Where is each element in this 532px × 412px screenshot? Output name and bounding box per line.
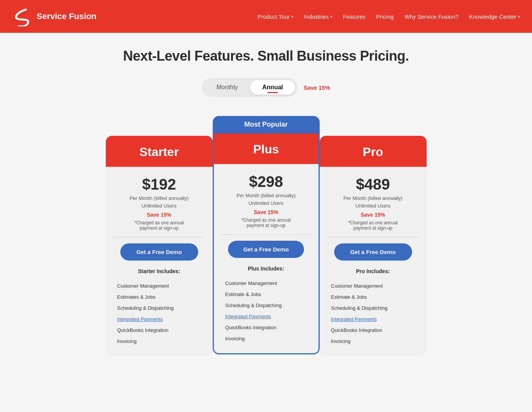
pro-includes-title: Pro Includes: — [327, 268, 419, 274]
pro-demo-button[interactable]: Get a Free Demo — [334, 243, 412, 261]
billing-toggle: Monthly Annual — [202, 78, 298, 97]
pro-card-header: Pro — [320, 136, 427, 167]
starter-charge-note: *Charged as one annualpayment at sign-up — [113, 220, 205, 231]
nav-product-tour[interactable]: Product Tour ▾ — [257, 13, 293, 20]
starter-card-body: $192 Per Month (billed annually) Unlimit… — [106, 167, 213, 356]
plus-card-body: $298 Per Month (billed annually) Unlimit… — [214, 164, 319, 353]
chevron-down-icon: ▾ — [291, 14, 293, 19]
list-item: Estimate & Jobs — [331, 291, 415, 303]
pro-price: $489 — [327, 176, 419, 193]
starter-includes-title: Starter Includes: — [113, 268, 205, 274]
plus-charge-note: *Charged as one annualpayment at sign-up — [222, 217, 311, 228]
nav-features[interactable]: Features — [343, 13, 365, 20]
pro-card-body: $489 Per Month (billed annually) Unlimit… — [320, 167, 427, 356]
plus-card: Plus $298 Per Month (billed annually) Un… — [213, 133, 320, 354]
plus-demo-button[interactable]: Get a Free Demo — [228, 241, 304, 258]
pro-users: Unlimited Users — [327, 202, 419, 210]
pro-feature-list: Customer Management Estimate & Jobs Sche… — [327, 280, 419, 347]
starter-card-wrapper: Starter $192 Per Month (billed annually)… — [106, 116, 213, 356]
plus-save: Save 15% — [222, 209, 311, 215]
plus-card-wrapper: Most Popular Plus $298 Per Month (billed… — [213, 116, 320, 354]
list-item: QuickBooks Integration — [331, 325, 415, 336]
nav-why-service-fusion[interactable]: Why Service Fusion? — [404, 13, 459, 20]
nav-industries[interactable]: Industries ▾ — [304, 13, 332, 20]
pro-plan-name: Pro — [327, 145, 419, 159]
starter-save: Save 15% — [113, 212, 205, 218]
pro-card-wrapper: Pro $489 Per Month (billed annually) Unl… — [320, 116, 427, 356]
pro-charge-note: *Charged as one annualpayment at sign-up — [327, 220, 419, 231]
list-item: Scheduling & Dispatching — [331, 303, 415, 314]
main-nav: Product Tour ▾ Industries ▾ Features Pri… — [257, 13, 520, 20]
list-item: Invoicing — [331, 336, 415, 347]
chevron-down-icon: ▾ — [518, 14, 520, 19]
list-item-integrated-payments[interactable]: Integrated Payments — [331, 314, 415, 325]
list-item: Estimates & Jobs — [117, 291, 201, 303]
divider — [222, 234, 311, 235]
plus-includes-title: Plus Includes: — [222, 266, 311, 272]
starter-price: $192 — [113, 176, 205, 193]
divider — [327, 237, 419, 237]
page-title: Next-Level Features. Small Business Pric… — [8, 48, 524, 64]
list-item: QuickBooks Integration — [225, 322, 307, 333]
list-item-integrated-payments[interactable]: Integrated Payments — [117, 314, 201, 325]
list-item: Scheduling & Dispatching — [117, 303, 201, 314]
nav-pricing[interactable]: Pricing — [376, 13, 394, 20]
starter-plan-name: Starter — [113, 145, 205, 159]
toggle-monthly[interactable]: Monthly — [204, 80, 250, 95]
list-item: Invoicing — [225, 333, 307, 344]
starter-users: Unlimited Users — [113, 202, 205, 210]
pro-price-detail: Per Month (billed annually) — [327, 195, 419, 202]
plus-plan-name: Plus — [222, 142, 311, 156]
list-item-integrated-payments[interactable]: Integrated Payments — [225, 311, 307, 322]
billing-toggle-wrapper: Monthly Annual Save 15% — [8, 78, 524, 97]
save-badge: Save 15% — [304, 84, 330, 91]
pro-card: Pro $489 Per Month (billed annually) Unl… — [320, 136, 427, 356]
most-popular-label: Most Popular — [213, 116, 320, 133]
starter-feature-list: Customer Management Estimates & Jobs Sch… — [113, 280, 205, 347]
main-content: Next-Level Features. Small Business Pric… — [0, 33, 532, 412]
list-item: Scheduling & Dispatching — [225, 300, 307, 311]
toggle-annual[interactable]: Annual — [250, 80, 295, 95]
site-header: Service Fusion Product Tour ▾ Industries… — [0, 0, 532, 33]
divider — [113, 237, 205, 237]
logo[interactable]: Service Fusion — [12, 6, 97, 26]
plus-price-detail: Per Month (billed annually) — [222, 192, 311, 200]
nav-knowledge-center[interactable]: Knowledge Center ▾ — [469, 13, 520, 20]
plus-users: Unlimited Users — [222, 200, 311, 207]
starter-card: Starter $192 Per Month (billed annually)… — [106, 136, 213, 356]
plus-price: $298 — [222, 173, 311, 190]
chevron-down-icon: ▾ — [330, 14, 332, 19]
plus-card-header: Plus — [214, 133, 319, 164]
list-item: Estimate & Jobs — [225, 289, 307, 300]
list-item: Invoicing — [117, 336, 201, 347]
list-item: QuickBooks Integration — [117, 325, 201, 336]
list-item: Customer Management — [117, 280, 201, 291]
list-item: Customer Management — [225, 278, 307, 289]
starter-price-detail: Per Month (billed annually) — [113, 195, 205, 202]
starter-card-header: Starter — [106, 136, 213, 167]
pricing-grid: Starter $192 Per Month (billed annually)… — [56, 116, 476, 356]
plus-feature-list: Customer Management Estimate & Jobs Sche… — [222, 278, 311, 344]
pro-save: Save 15% — [327, 212, 419, 218]
logo-icon — [12, 6, 32, 26]
logo-text: Service Fusion — [37, 11, 97, 21]
starter-demo-button[interactable]: Get a Free Demo — [120, 243, 198, 261]
list-item: Customer Management — [331, 280, 415, 291]
